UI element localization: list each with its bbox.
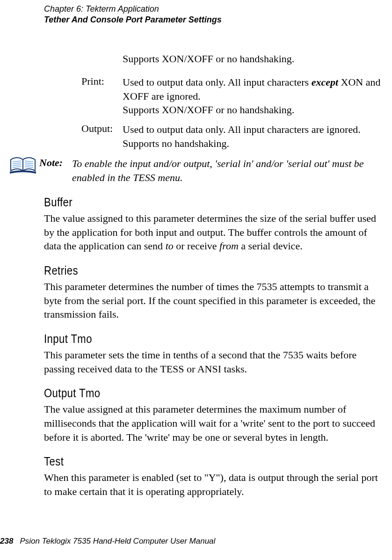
para-test: When this parameter is enabled (set to "… [44, 471, 383, 498]
def-output-label: Output: [81, 123, 123, 150]
para-input-tmo: This parameter sets the time in tenths o… [44, 348, 383, 376]
book-icon [7, 156, 39, 184]
note-label: Note: [39, 156, 72, 184]
note-block: Note: To enable the input and/or output,… [7, 156, 383, 184]
heading-output-tmo: Output Tmo [44, 386, 332, 400]
page-footer: 238Psion Teklogix 7535 Hand-Held Compute… [0, 537, 215, 546]
para-buffer: The value assigned to this parameter det… [44, 211, 383, 253]
para-output-tmo: The value assigned at this parameter det… [44, 402, 383, 444]
heading-buffer: Buffer [44, 195, 332, 210]
prelude-line: Supports XON/XOFF or no handshaking. [123, 53, 383, 65]
manual-title: Psion Teklogix 7535 Hand-Held Computer U… [20, 537, 215, 545]
chapter-line: Chapter 6: Tekterm Application [44, 4, 383, 15]
page-number: 238 [0, 537, 13, 545]
running-header: Chapter 6: Tekterm Application Tether An… [44, 0, 383, 25]
heading-test: Test [44, 454, 332, 469]
def-print: Print: Used to output data only. All inp… [81, 75, 383, 117]
heading-retries: Retries [44, 263, 332, 278]
para-retries: This parameter determines the number of … [44, 280, 383, 321]
note-text: To enable the input and/or output, 'seri… [72, 156, 383, 184]
def-output: Output: Used to output data only. All in… [81, 123, 383, 150]
heading-input-tmo: Input Tmo [44, 332, 332, 346]
def-output-body: Used to output data only. All input char… [123, 123, 361, 150]
def-print-label: Print: [81, 75, 123, 117]
section-line: Tether And Console Port Parameter Settin… [44, 15, 383, 25]
def-print-body: Used to output data only. All input char… [123, 75, 383, 117]
